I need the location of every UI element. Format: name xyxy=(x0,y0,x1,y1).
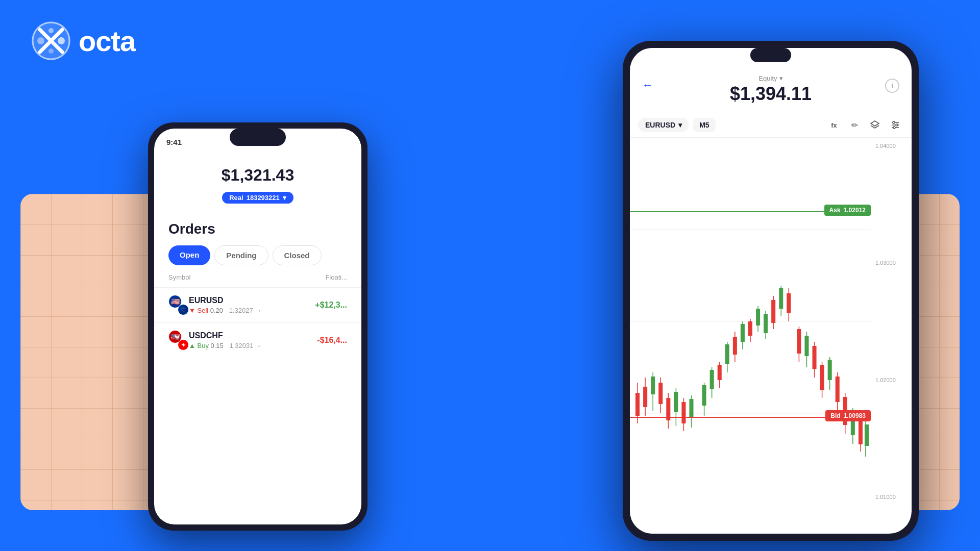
svg-point-5 xyxy=(58,37,65,44)
logo-icon xyxy=(31,20,71,61)
order-usdchf-detail: ▲ Buy 0.15 1.32031 → xyxy=(189,342,317,349)
layers-button[interactable] xyxy=(867,117,883,133)
svg-point-4 xyxy=(37,37,44,44)
back-camera xyxy=(230,129,286,146)
chart-toolbar: EURUSD ▾ M5 fx ✏ xyxy=(630,113,912,138)
price-1.02000: 1.02000 xyxy=(875,377,908,383)
symbol-chevron: ▾ xyxy=(678,121,682,129)
svg-rect-33 xyxy=(689,399,693,417)
selected-symbol: EURUSD xyxy=(645,121,675,129)
svg-rect-49 xyxy=(756,309,760,325)
svg-rect-75 xyxy=(859,420,863,444)
back-screen: 9:41 $1,321.43 Real 183293221 ▾ Orders O… xyxy=(154,129,361,524)
svg-rect-67 xyxy=(828,360,832,380)
order-row-usdchf[interactable]: 🇺🇸 🇨🇭 USDCHF ▲ Buy 0.15 1.32031 → -$16,4… xyxy=(154,322,361,358)
svg-rect-65 xyxy=(820,365,824,390)
svg-rect-45 xyxy=(741,324,745,342)
timeframe-selector[interactable]: M5 xyxy=(693,118,715,132)
info-button[interactable]: i xyxy=(885,79,899,93)
ask-tag-container: Ask 1.02012 xyxy=(824,205,871,216)
ask-label: Ask xyxy=(829,207,841,214)
front-camera xyxy=(750,48,791,62)
col-floating: Floati... xyxy=(325,273,347,281)
bid-label: Bid xyxy=(830,412,840,419)
ask-tag: Ask 1.02012 xyxy=(824,205,871,216)
order-usdchf-price: 1.32031 → xyxy=(229,342,262,349)
account-type: Real xyxy=(229,194,243,202)
svg-point-14 xyxy=(893,127,895,129)
fx-icon: fx xyxy=(831,121,837,129)
svg-rect-53 xyxy=(771,300,775,323)
settings-icon xyxy=(890,120,900,130)
front-screen: ← Equity ▾ $1,394.11 i EURUSD ▾ M5 fx ✏ xyxy=(630,48,912,534)
svg-rect-35 xyxy=(702,385,706,406)
status-time: 9:41 xyxy=(166,138,182,146)
svg-rect-19 xyxy=(635,393,640,416)
svg-rect-43 xyxy=(733,337,737,355)
tab-pending[interactable]: Pending xyxy=(214,245,268,265)
svg-point-12 xyxy=(893,121,895,123)
svg-point-13 xyxy=(896,124,898,126)
equity-amount: $1,394.11 xyxy=(642,83,899,105)
svg-rect-29 xyxy=(674,392,678,412)
order-eurusd-detail: ▼ Sell 0.20 1.32027 → xyxy=(189,307,315,314)
tab-open[interactable]: Open xyxy=(168,245,210,265)
back-button[interactable]: ← xyxy=(642,79,653,92)
order-usdchf-symbol: USDCHF xyxy=(189,331,317,340)
svg-rect-51 xyxy=(764,314,768,333)
draw-button[interactable]: ✏ xyxy=(846,117,863,133)
table-header: Symbol Floati... xyxy=(154,273,361,287)
svg-rect-63 xyxy=(813,346,817,369)
balance-amount: $1,321.43 xyxy=(164,166,351,185)
draw-icon: ✏ xyxy=(851,120,858,130)
phone-back: 9:41 $1,321.43 Real 183293221 ▾ Orders O… xyxy=(148,122,368,531)
svg-rect-47 xyxy=(748,321,752,336)
order-eurusd-pnl: +$12,3... xyxy=(315,300,347,310)
svg-rect-37 xyxy=(710,370,714,389)
price-1.04000: 1.04000 xyxy=(875,143,908,149)
svg-rect-59 xyxy=(797,329,801,354)
order-usdchf-pnl: -$16,4... xyxy=(317,336,347,345)
settings-button[interactable] xyxy=(887,117,903,133)
price-1.01000: 1.01000 xyxy=(875,494,908,500)
order-eurusd-price: 1.32027 → xyxy=(229,307,262,314)
tab-closed[interactable]: Closed xyxy=(273,245,322,265)
svg-rect-55 xyxy=(779,288,783,309)
equity-label: Equity ▾ xyxy=(642,74,899,82)
equity-dropdown-icon: ▾ xyxy=(779,74,783,82)
price-1.03000: 1.03000 xyxy=(875,260,908,266)
layers-icon xyxy=(870,120,880,130)
symbol-selector[interactable]: EURUSD ▾ xyxy=(638,118,689,132)
eurusd-flag: 🇺🇸 🇪🇺 xyxy=(168,295,189,315)
orders-tabs: Open Pending Closed xyxy=(154,245,361,273)
order-type-sell: ▼ Sell xyxy=(189,307,208,314)
bid-price: 1.00983 xyxy=(844,412,866,419)
order-eurusd-volume: 0.20 xyxy=(210,307,223,314)
svg-rect-57 xyxy=(787,293,791,313)
bid-tag-container: Bid 1.00983 xyxy=(825,410,871,421)
chart-area: 1.04000 1.03000 1.02000 1.01000 Ask 1.02… xyxy=(630,138,912,505)
svg-rect-41 xyxy=(725,344,729,364)
orders-title: Orders xyxy=(154,209,361,245)
candlestick-chart xyxy=(630,138,871,505)
account-dropdown-icon: ▾ xyxy=(283,194,286,202)
svg-rect-25 xyxy=(658,383,663,404)
bid-tag: Bid 1.00983 xyxy=(825,410,871,421)
order-row-eurusd[interactable]: 🇺🇸 🇪🇺 EURUSD ▼ Sell 0.20 1.32027 → +$12,… xyxy=(154,287,361,322)
svg-point-7 xyxy=(48,48,54,54)
order-type-buy: ▲ Buy xyxy=(189,342,209,349)
ask-price: 1.02012 xyxy=(844,207,866,214)
account-badge: Real 183293221 ▾ xyxy=(222,192,293,204)
order-eurusd-info: EURUSD ▼ Sell 0.20 1.32027 → xyxy=(189,296,315,314)
svg-rect-39 xyxy=(718,365,722,380)
svg-point-6 xyxy=(48,28,54,33)
order-usdchf-volume: 0.15 xyxy=(211,342,224,349)
logo: octa xyxy=(31,20,135,61)
account-number: 183293221 xyxy=(247,194,280,202)
fx-button[interactable]: fx xyxy=(826,117,842,133)
svg-rect-23 xyxy=(651,377,655,394)
brand-name: octa xyxy=(79,24,135,58)
svg-rect-77 xyxy=(865,424,869,446)
usdchf-flag: 🇺🇸 🇨🇭 xyxy=(168,330,189,350)
svg-rect-69 xyxy=(836,377,840,402)
